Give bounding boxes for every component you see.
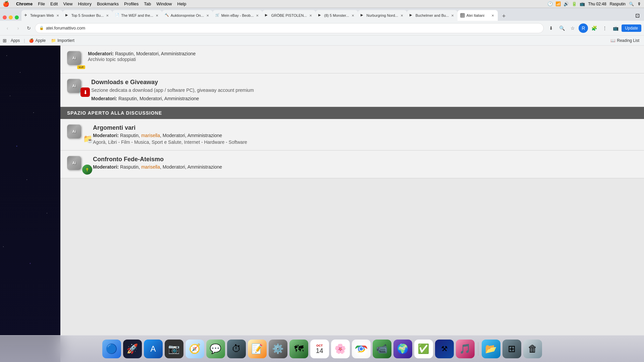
mod-marisella-confronto[interactable]: marisella (141, 164, 160, 170)
dock-launchpad[interactable]: 🚀 (123, 340, 142, 358)
address-bar[interactable]: 🔒 atei.forumattivo.com (35, 23, 544, 33)
tab-search-button[interactable]: ⊡ (633, 11, 641, 19)
sub-libri[interactable]: Libri - Film - Musica (108, 139, 149, 145)
sub-sport[interactable]: Sport e Salute (152, 139, 181, 145)
mod-rasputin-vip[interactable]: Rasputin (115, 51, 133, 56)
mod-rasputin-argomenti[interactable]: Rasputin, (120, 133, 141, 138)
tab-atei[interactable]: Atei Italiani ✕ (458, 10, 498, 21)
import-bookmark[interactable]: 📁 Importiert (49, 38, 76, 44)
tab-close-monster[interactable]: ✕ (351, 13, 355, 18)
tab-close-pistolen[interactable]: ✕ (308, 13, 313, 18)
apple-menu-icon[interactable]: 🍎 (3, 1, 9, 7)
tab-close-nurburgring[interactable]: ✕ (399, 13, 404, 18)
display-icon[interactable]: 📺 (580, 1, 585, 6)
forward-button[interactable]: › (13, 23, 23, 33)
apple-icon: 🍎 (29, 38, 34, 43)
mod-rasputin-downloads[interactable]: Rasputin (118, 96, 137, 101)
file-menu[interactable]: File (38, 1, 45, 6)
tab-buchelmer[interactable]: ▶ Buchelmer and Bu... ✕ (407, 10, 458, 21)
dock-maps[interactable]: 🗺 (289, 340, 308, 358)
tab-close-atei[interactable]: ✕ (490, 13, 495, 18)
dock-facetime[interactable]: 📹 (373, 340, 391, 358)
update-button[interactable]: Update (622, 24, 641, 32)
chrome-menu[interactable]: Chrome (16, 1, 33, 6)
search-icon[interactable]: 🔍 (629, 2, 634, 6)
dock-trash[interactable]: 🗑 (523, 340, 542, 358)
tab-favicon-telegram: ✈ (24, 13, 29, 18)
dock-reminders[interactable]: ✅ (414, 340, 433, 358)
apps-bookmark[interactable]: Apps (9, 38, 22, 44)
new-tab-button[interactable]: + (499, 11, 508, 21)
cast-button[interactable]: 📺 (611, 23, 620, 33)
dock-photobooth[interactable]: 📷 (165, 340, 183, 358)
battery-icon[interactable]: 🔋 (572, 1, 577, 6)
dock-photos[interactable]: 🌸 (331, 340, 350, 358)
tab-close-telegram[interactable]: ✕ (55, 13, 60, 18)
wifi-icon[interactable]: 📶 (555, 1, 561, 6)
edit-menu[interactable]: Edit (50, 1, 58, 6)
window-menu[interactable]: Window (156, 1, 172, 6)
tab-close-auktion[interactable]: ✕ (205, 13, 210, 18)
tab-pistolen[interactable]: ▶ GRÖBE PISTOLEN... ✕ (262, 10, 315, 21)
dock-safari[interactable]: 🧭 (185, 340, 204, 358)
dock-itunes[interactable]: 🎵 (456, 340, 475, 358)
dock-finder[interactable]: 🔵 (102, 340, 121, 358)
dock-xcode[interactable]: ⚒ (435, 340, 454, 358)
volume-icon[interactable]: 🔊 (564, 1, 569, 6)
forum-title-downloads[interactable]: Downloads e Giveaway (91, 79, 637, 86)
ai-icon-vip: Ai (67, 51, 81, 65)
siri-icon[interactable]: 🎙 (637, 2, 641, 6)
dock-chrome[interactable] (352, 340, 371, 358)
history-menu[interactable]: History (78, 1, 91, 6)
dock-notes[interactable]: 📝 (248, 340, 267, 358)
settings-button[interactable]: ⋮ (600, 23, 609, 33)
mod-rasputin-confronto[interactable]: Rasputin, (120, 164, 141, 170)
tab-wef[interactable]: 📄 The WEF and the... ✕ (112, 10, 162, 21)
bookmark-star-button[interactable]: ☆ (568, 23, 577, 33)
help-menu[interactable]: Help (177, 1, 186, 6)
tab-close-snooker[interactable]: ✕ (105, 13, 110, 18)
tab-telegram[interactable]: ✈ Telegram Web ✕ (21, 10, 63, 21)
window-controls (3, 15, 19, 19)
tab-close-ebay[interactable]: ✕ (255, 13, 260, 18)
tab-monster[interactable]: ▶ (8) 5 Monster... ✕ (316, 10, 358, 21)
sub-internet[interactable]: Internet - Hardware - Software (184, 139, 247, 145)
apple-bookmark[interactable]: 🍎 Apple (27, 38, 48, 44)
dock-appstore[interactable]: A (144, 340, 163, 358)
bookmarks-menu[interactable]: Bookmarks (97, 1, 119, 6)
tab-snooker[interactable]: ▶ Top 5 Snooker Bu... ✕ (63, 10, 113, 21)
tab-auktion[interactable]: 🔨 Auktionspreise On... ✕ (162, 10, 213, 21)
back-button[interactable]: ‹ (3, 23, 12, 33)
minimize-window-button[interactable] (9, 15, 13, 19)
dock-folder[interactable]: 📂 (482, 340, 500, 358)
moderatori-label-confronto: Moderatori: (93, 164, 119, 170)
forum-title-argomenti[interactable]: Argomenti vari (93, 124, 637, 131)
refresh-button[interactable]: ↻ (24, 23, 34, 33)
sub-agora[interactable]: Agorà (93, 139, 105, 145)
dock-calendar[interactable]: OCT 14 (310, 340, 329, 358)
reading-list-icon: 📖 (610, 38, 615, 43)
time-machine-icon[interactable]: 🕐 (547, 1, 553, 6)
tab-ebay[interactable]: 🛒 Mein eBay - Beob... ✕ (213, 10, 263, 21)
reading-list-button[interactable]: 📖 Reading List (608, 38, 641, 44)
dock-timemachine[interactable]: ⏱ (227, 340, 246, 358)
profile-button[interactable]: R (579, 23, 588, 33)
profiles-menu[interactable]: Profiles (124, 1, 139, 6)
dock-tor[interactable]: 🌍 (393, 340, 412, 358)
close-window-button[interactable] (3, 15, 7, 19)
tab-close-buchelmer[interactable]: ✕ (450, 13, 455, 18)
zoom-button[interactable]: 🔍 (557, 23, 567, 33)
tab-label-telegram: Telegram Web (30, 13, 54, 17)
mod-marisella-argomenti[interactable]: marisella (141, 133, 160, 138)
view-menu[interactable]: View (63, 1, 72, 6)
forum-title-confronto[interactable]: Confronto Fede-Ateismo (93, 156, 637, 163)
tab-menu[interactable]: Tab (144, 1, 151, 6)
tab-nurburgring[interactable]: ▶ Nurburgring Nord... ✕ (358, 10, 407, 21)
dock-messages[interactable]: 💬 (206, 340, 225, 358)
tab-close-wef[interactable]: ✕ (155, 13, 159, 18)
download-button[interactable]: ⬇ (546, 23, 556, 33)
extensions-button[interactable]: 🧩 (589, 23, 599, 33)
dock-launchpad2[interactable]: ⊞ (502, 340, 521, 358)
dock-sysprefs[interactable]: ⚙️ (269, 340, 287, 358)
maximize-window-button[interactable] (15, 15, 19, 19)
